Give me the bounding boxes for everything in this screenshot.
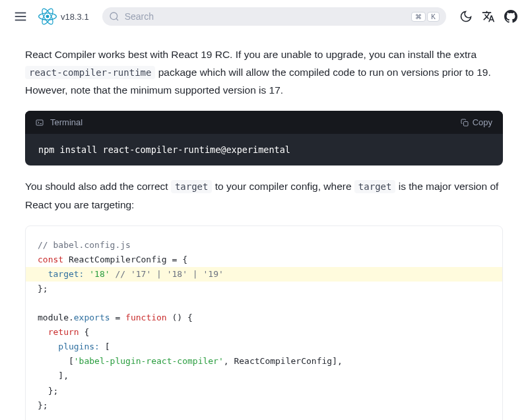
svg-point-3 [46,15,50,18]
react-logo-icon [38,7,57,26]
header: v18.3.1 ⌘ K [0,0,528,34]
intro-paragraph: React Compiler works best with React 19 … [25,45,503,99]
terminal-title: Terminal [50,117,82,127]
terminal-icon [36,119,44,127]
theme-toggle-icon[interactable] [459,10,473,23]
hamburger-icon [13,9,28,24]
header-actions [459,10,517,23]
terminal-header: Terminal Copy [25,111,503,134]
version-label: v18.3.1 [61,12,89,22]
target-paragraph: You should also add the correct target t… [25,177,503,213]
svg-rect-10 [463,121,468,126]
logo[interactable]: v18.3.1 [38,7,89,26]
search-icon [109,11,119,22]
babel-config-code: // babel.config.js const ReactCompilerCo… [25,225,503,420]
github-icon[interactable] [504,10,517,23]
inline-code-target-2: target [354,180,396,193]
terminal-command: npm install react-compiler-runtime@exper… [25,134,503,165]
terminal-block: Terminal Copy npm install react-compiler… [25,111,503,165]
search-input[interactable] [125,11,407,22]
svg-rect-9 [36,120,43,125]
copy-label: Copy [473,117,492,127]
kbd-k: K [427,12,440,22]
menu-button[interactable] [11,7,30,26]
kbd-cmd: ⌘ [411,12,426,22]
copy-icon [461,119,469,127]
inline-code-runtime: react-compiler-runtime [25,66,155,79]
search-shortcut: ⌘ K [411,12,440,22]
svg-line-8 [116,18,118,20]
inline-code-target-1: target [171,180,213,193]
main-content: React Compiler works best with React 19 … [0,34,528,420]
search-box[interactable]: ⌘ K [102,7,446,26]
copy-button[interactable]: Copy [461,117,492,127]
language-icon[interactable] [482,10,495,23]
svg-point-7 [110,13,117,20]
